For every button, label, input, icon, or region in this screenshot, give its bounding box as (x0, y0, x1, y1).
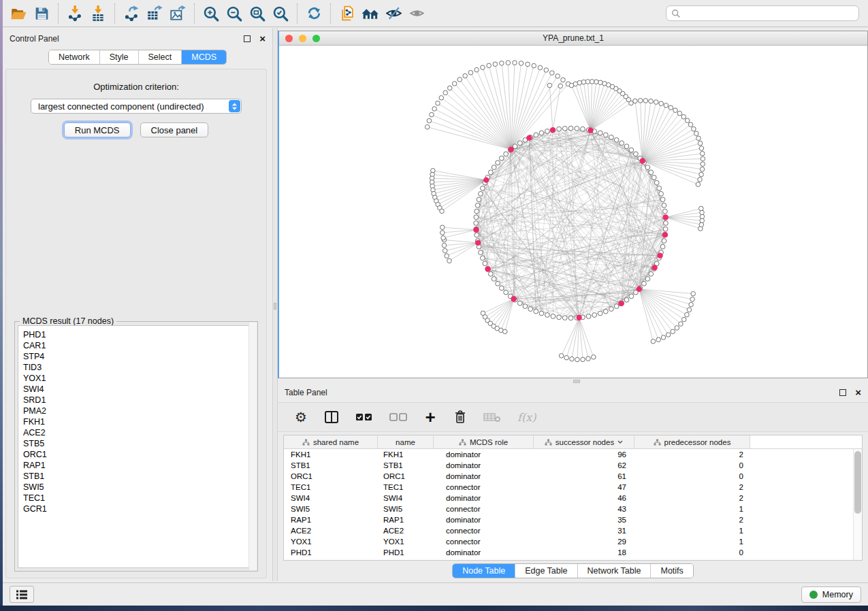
mcds-node-item[interactable]: SWI4 (23, 384, 249, 395)
tab-edge-table[interactable]: Edge Table (515, 564, 577, 578)
table-cell[interactable]: 2 (634, 449, 750, 460)
tab-network[interactable]: Network (49, 50, 99, 64)
mcds-node-item[interactable]: TEC1 (23, 493, 249, 503)
table-cell[interactable]: 2 (634, 514, 750, 525)
show-columns-icon[interactable] (324, 408, 339, 426)
table-cell[interactable]: 1 (634, 536, 750, 547)
splitter-grip[interactable] (274, 303, 276, 310)
mcds-node-item[interactable]: STB5 (23, 438, 249, 449)
table-cell[interactable]: 0 (634, 471, 750, 482)
tab-network-table[interactable]: Network Table (577, 564, 651, 578)
close-panel-icon[interactable]: × (855, 389, 861, 396)
table-cell[interactable]: 2 (634, 482, 750, 493)
mcds-node-item[interactable]: STB1 (23, 471, 249, 482)
table-cell[interactable]: FKH1 (284, 449, 378, 460)
table-row[interactable]: RAP1RAP1dominator352 (284, 514, 862, 525)
search-field[interactable] (666, 5, 859, 21)
mcds-node-item[interactable]: PMA2 (23, 406, 249, 416)
scrollbar-thumb[interactable] (854, 451, 861, 514)
optimization-criterion-select[interactable]: largest connected component (undirected) (31, 99, 242, 114)
table-cell[interactable]: YOX1 (284, 536, 378, 547)
table-cell[interactable]: connector (434, 536, 534, 547)
export-network-icon[interactable] (120, 3, 143, 24)
mcds-node-item[interactable]: STP4 (23, 351, 249, 362)
tab-style[interactable]: Style (99, 50, 138, 64)
horizontal-splitter[interactable] (278, 378, 868, 384)
table-cell[interactable]: 35 (534, 514, 634, 525)
mcds-node-item[interactable]: SWI5 (23, 482, 249, 493)
table-row[interactable]: ORC1ORC1dominator610 (284, 471, 862, 482)
minimize-window-icon[interactable] (299, 35, 306, 42)
toggle-visibility-icon[interactable] (405, 3, 428, 24)
import-table-icon[interactable] (86, 3, 110, 24)
clone-network-icon[interactable] (336, 3, 359, 24)
table-cell[interactable]: 0 (634, 460, 750, 471)
close-window-icon[interactable] (285, 35, 293, 42)
table-cell[interactable]: PHD1 (284, 547, 378, 558)
memory-button[interactable]: Memory (801, 587, 861, 603)
mcds-node-item[interactable]: CAR1 (23, 340, 249, 351)
tab-mcds[interactable]: MCDS (181, 50, 226, 64)
network-view-titlebar[interactable]: YPA_prune.txt_1 (279, 31, 867, 46)
export-image-icon[interactable] (166, 3, 189, 24)
zoom-fit-icon[interactable] (246, 3, 269, 24)
table-cell[interactable]: STB1 (284, 460, 378, 471)
table-cell[interactable]: connector (434, 525, 534, 536)
table-cell[interactable]: 96 (534, 449, 634, 460)
table-cell[interactable]: ACE2 (284, 525, 378, 536)
mcds-node-item[interactable]: GCR1 (23, 503, 249, 514)
table-cell[interactable]: dominator (434, 460, 534, 471)
table-cell[interactable]: RAP1 (378, 514, 434, 525)
table-cell[interactable]: SWI5 (284, 503, 378, 514)
table-cell[interactable]: PHD1 (378, 547, 434, 558)
task-history-button[interactable] (10, 586, 34, 603)
column-header-shared-name[interactable]: shared name (284, 435, 378, 448)
save-session-icon[interactable] (30, 3, 53, 24)
tab-select[interactable]: Select (138, 50, 182, 64)
table-cell[interactable]: 0 (634, 547, 750, 558)
table-cell[interactable]: ORC1 (378, 471, 434, 482)
show-all-panels-icon[interactable] (359, 3, 382, 24)
table-cell[interactable]: 46 (534, 493, 634, 503)
maximize-window-icon[interactable] (312, 35, 320, 42)
table-row[interactable]: STB1STB1dominator620 (284, 460, 862, 471)
mcds-node-item[interactable]: SRD1 (23, 395, 249, 406)
table-row[interactable]: TEC1TEC1connector472 (284, 482, 862, 493)
table-row[interactable]: PHD1PHD1dominator180 (284, 547, 862, 558)
hide-panels-icon[interactable] (382, 3, 405, 24)
table-cell[interactable]: RAP1 (284, 514, 378, 525)
table-row[interactable]: FKH1FKH1dominator962 (284, 449, 862, 460)
table-row[interactable]: ACE2ACE2connector311 (284, 525, 862, 536)
table-row[interactable]: YOX1YOX1connector291 (284, 536, 862, 547)
table-cell[interactable]: ORC1 (284, 471, 378, 482)
table-cell[interactable]: dominator (434, 471, 534, 482)
table-cell[interactable]: 1 (634, 503, 750, 514)
table-cell[interactable]: ACE2 (378, 525, 434, 536)
zoom-out-icon[interactable] (223, 3, 246, 24)
table-row[interactable]: SWI5SWI5connector431 (284, 503, 862, 514)
mcds-node-item[interactable]: PHD1 (23, 329, 249, 340)
table-cell[interactable]: dominator (434, 493, 534, 503)
add-column-icon[interactable]: + (423, 408, 437, 426)
zoom-in-icon[interactable] (199, 3, 223, 24)
open-file-icon[interactable] (7, 3, 30, 24)
delete-column-icon[interactable] (453, 408, 467, 426)
import-network-icon[interactable] (63, 3, 86, 24)
float-panel-icon[interactable] (244, 35, 251, 42)
table-cell[interactable]: 1 (634, 525, 750, 536)
search-input[interactable] (684, 9, 854, 18)
table-cell[interactable]: connector (434, 482, 534, 493)
mcds-node-item[interactable]: RAP1 (23, 460, 249, 471)
mcds-result-list[interactable]: PHD1CAR1STP4TID3YOX1SWI4SRD1PMA2FKH1ACE2… (18, 325, 255, 568)
network-canvas[interactable] (279, 46, 867, 378)
table-cell[interactable]: dominator (434, 547, 534, 558)
run-mcds-button[interactable]: Run MCDS (64, 122, 131, 137)
float-panel-icon[interactable] (839, 389, 846, 396)
node-table[interactable]: shared namenameMCDS rolesuccessor nodesp… (283, 435, 863, 561)
table-cell[interactable]: 18 (534, 547, 634, 558)
tab-node-table[interactable]: Node Table (453, 564, 515, 578)
column-header-successor-nodes[interactable]: successor nodes (534, 435, 634, 448)
mcds-node-item[interactable]: FKH1 (23, 416, 249, 427)
mcds-node-item[interactable]: YOX1 (23, 373, 249, 384)
table-cell[interactable]: TEC1 (284, 482, 378, 493)
